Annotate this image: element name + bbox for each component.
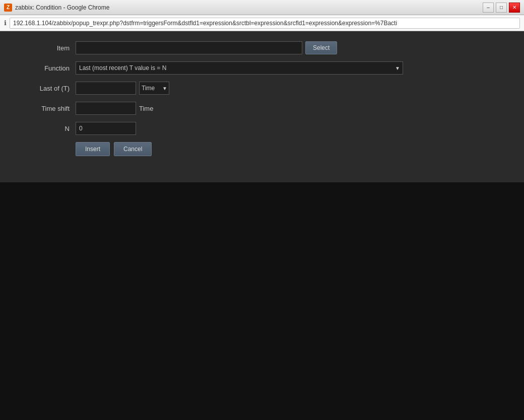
window-controls: – □ ✕ — [483, 3, 520, 13]
app-icon: Z — [4, 4, 12, 12]
n-input[interactable] — [76, 122, 136, 135]
action-buttons: Insert Cancel — [76, 142, 509, 156]
title-bar-left: Z zabbix: Condition - Google Chrome — [4, 4, 109, 12]
time-shift-label: Time shift — [15, 105, 76, 112]
function-row: Function Last (most recent) T value is =… — [15, 61, 509, 75]
unit-select-wrapper: Time Count ▼ — [139, 82, 169, 95]
time-shift-controls: Time — [76, 102, 509, 115]
cancel-button[interactable]: Cancel — [114, 142, 152, 156]
function-label: Function — [15, 64, 76, 72]
restore-button[interactable]: □ — [496, 3, 507, 13]
close-button[interactable]: ✕ — [509, 3, 520, 13]
select-button[interactable]: Select — [305, 41, 337, 54]
function-select[interactable]: Last (most recent) T value is = N Last (… — [76, 61, 403, 75]
function-select-wrapper: Last (most recent) T value is = N Last (… — [76, 61, 403, 75]
time-shift-row: Time shift Time — [15, 102, 509, 115]
title-bar: Z zabbix: Condition - Google Chrome – □ … — [0, 0, 524, 15]
info-icon: ℹ — [4, 19, 7, 27]
last-of-row: Last of (T) Time Count ▼ — [15, 82, 509, 95]
address-bar: ℹ — [0, 15, 524, 31]
n-row: N — [15, 122, 509, 135]
item-row: Item Select — [15, 41, 509, 54]
item-input[interactable] — [76, 41, 302, 54]
item-label: Item — [15, 44, 76, 52]
page-background — [0, 182, 524, 420]
time-shift-unit: Time — [139, 105, 153, 112]
item-controls: Select — [76, 41, 509, 54]
window-title: zabbix: Condition - Google Chrome — [15, 4, 109, 11]
insert-button[interactable]: Insert — [76, 142, 110, 156]
function-controls: Last (most recent) T value is = N Last (… — [76, 61, 509, 75]
minimize-button[interactable]: – — [483, 3, 494, 13]
main-content: Item Select Function Last (most recent) … — [0, 31, 524, 182]
time-shift-input[interactable] — [76, 102, 136, 115]
unit-select[interactable]: Time Count — [139, 82, 169, 95]
last-of-label: Last of (T) — [15, 85, 76, 92]
last-of-controls: Time Count ▼ — [76, 82, 509, 95]
address-input[interactable] — [10, 18, 520, 29]
n-label: N — [15, 125, 76, 132]
n-controls — [76, 122, 509, 135]
last-of-input[interactable] — [76, 82, 136, 95]
